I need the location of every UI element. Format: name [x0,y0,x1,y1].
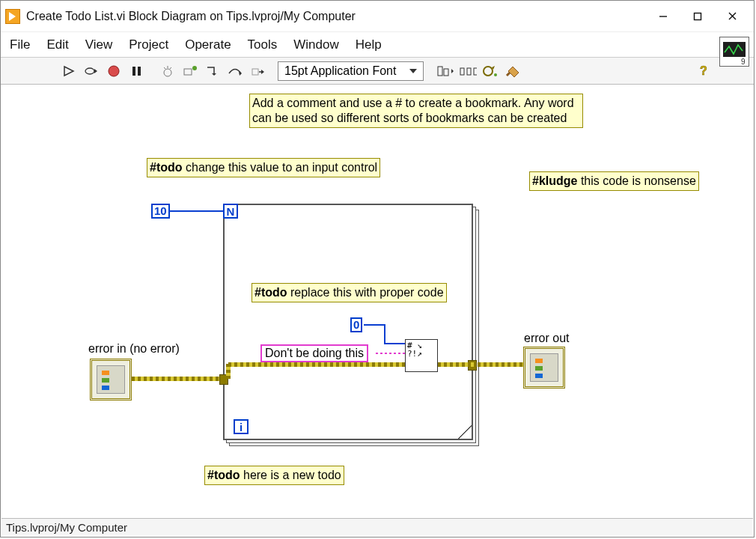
highlight-execution-button[interactable] [158,61,177,81]
subvi-glyphs: # ↘ ?!↗ [407,341,422,359]
svg-text:9: 9 [741,58,746,66]
svg-rect-12 [444,69,448,76]
wire-error-inside-loop-left [228,362,405,367]
svg-point-7 [164,69,171,76]
label-error-out: error out [524,332,569,345]
menu-file[interactable]: File [10,37,30,52]
wire-const0-v [384,324,385,344]
step-into-button[interactable] [203,61,222,81]
statusbar: Tips.lvproj/My Computer [1,518,753,536]
svg-rect-14 [467,68,471,75]
bookmark-todo-replace[interactable]: #todo replace this with proper code [252,283,447,302]
pause-button[interactable] [126,61,146,81]
error-out-indicator[interactable] [523,347,565,389]
menu-help[interactable]: Help [356,37,382,52]
window-title: Create Todo List.vi Block Diagram on Tip… [26,10,646,23]
bookmark-todo-input[interactable]: #todo change this value to an input cont… [147,158,380,177]
menu-project[interactable]: Project [129,37,168,52]
abort-button[interactable] [104,61,124,81]
distribute-button[interactable] [458,61,478,81]
help-button[interactable]: ? [694,61,713,81]
svg-rect-10 [252,69,258,75]
bookmark-kludge[interactable]: #kludge this code is nonsense [529,171,699,191]
wire-error-in-to-loop [132,377,219,381]
close-button[interactable] [715,5,749,28]
loop-iteration-terminal[interactable]: i [234,419,249,434]
font-combo[interactable]: 15pt Application Font [278,61,424,81]
wire-const0-h [364,324,385,326]
menu-tools[interactable]: Tools [248,37,278,52]
cleanup-button[interactable] [503,61,522,81]
bookmark-todo-new[interactable]: #todo here is a new todo [204,466,344,485]
app-icon [5,9,20,24]
string-constant-dontbedoing[interactable]: Don't be doing this [260,344,368,362]
for-loop[interactable]: N i [223,204,473,440]
run-continuous-button[interactable] [82,61,101,81]
subvi-node[interactable]: # ↘ ?!↗ [405,339,438,372]
block-diagram-canvas[interactable]: Add a comment and use a # to create a bo… [1,85,753,517]
svg-rect-13 [460,68,464,75]
svg-rect-15 [474,68,477,75]
vi-icon[interactable]: 9 [719,37,749,67]
numeric-constant-10[interactable]: 10 [151,204,170,219]
wire-const0-h2 [384,343,405,344]
menu-edit[interactable]: Edit [46,37,68,52]
svg-point-9 [192,66,197,70]
menu-operate[interactable]: Operate [185,37,231,52]
reorder-button[interactable] [481,61,500,81]
retain-wire-values-button[interactable] [180,61,200,81]
toolbar: 15pt Application Font ? [1,58,754,85]
error-in-control[interactable] [90,359,132,401]
align-button[interactable] [436,61,455,81]
step-out-button[interactable] [248,61,267,81]
svg-point-16 [484,67,493,76]
svg-rect-5 [132,67,135,76]
run-button[interactable] [59,61,79,81]
app-window: Create Todo List.vi Block Diagram on Tip… [0,0,755,538]
menu-view[interactable]: View [85,37,113,52]
svg-rect-8 [184,69,192,75]
comment-instructions[interactable]: Add a comment and use a # to create a bo… [249,94,583,128]
caret-down-icon [409,69,417,73]
svg-rect-6 [138,67,141,76]
svg-text:?: ? [700,64,707,77]
status-path: Tips.lvproj/My Computer [6,521,127,534]
step-over-button[interactable] [225,61,245,81]
minimize-button[interactable] [646,5,680,28]
label-error-in: error in (no error) [88,342,180,356]
svg-point-4 [109,66,119,76]
font-combo-label: 15pt Application Font [284,64,396,78]
svg-point-17 [494,73,497,76]
maximize-button[interactable] [680,5,715,28]
wire-const-to-N [169,210,223,212]
menubar: File Edit View Project Operate Tools Win… [1,32,754,58]
numeric-constant-0[interactable]: 0 [350,317,362,332]
wire-string-to-subvi [376,353,406,354]
svg-rect-1 [695,13,701,19]
structure-resize-corner[interactable] [458,425,472,439]
svg-rect-11 [438,67,442,76]
titlebar: Create Todo List.vi Block Diagram on Tip… [1,1,754,32]
menu-window[interactable]: Window [293,37,338,52]
wire-error-jog [226,364,231,379]
wire-error-inside-loop-right [438,362,475,367]
loop-count-terminal[interactable]: N [223,204,238,219]
wire-error-loop-to-out [478,362,523,367]
